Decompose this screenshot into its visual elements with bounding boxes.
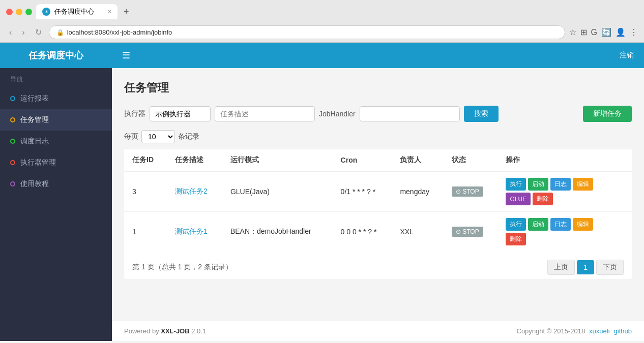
glue-button[interactable]: GLUE (506, 193, 531, 205)
dot-icon (10, 139, 15, 144)
task-desc-link[interactable]: 测试任务1 (175, 227, 208, 235)
task-table-container: 任务ID 任务描述 运行模式 Cron 负责人 状态 操作 3 (124, 149, 632, 279)
sidebar-item-label: 使用教程 (20, 179, 49, 189)
pagination-bar: 第 1 页（总共 1 页，2 条记录） 上页 1 下页 (124, 252, 632, 279)
current-page-button[interactable]: 1 (577, 260, 594, 274)
executor-select[interactable]: 示例执行器 (150, 106, 211, 121)
log-button[interactable]: 日志 (550, 218, 571, 231)
profile-icon[interactable]: 👤 (616, 27, 626, 37)
topbar: ☰ 注销 (112, 43, 644, 68)
footer: Powered by XXL-JOB 2.0.1 Copyright © 201… (112, 321, 644, 341)
col-status: 状态 (444, 149, 497, 171)
footer-version: 2.0.1 (190, 327, 207, 335)
delete-button[interactable]: 删除 (533, 193, 553, 205)
address-bar[interactable]: 🔒 localhost:8080/xxl-job-admin/jobinfo (49, 25, 565, 39)
exec-button[interactable]: 执行 (506, 218, 526, 231)
sidebar-brand: 任务调度中心 (0, 43, 112, 68)
sidebar-item-label: 任务管理 (20, 115, 49, 124)
footer-link-xuxueli[interactable]: xuxueli (589, 327, 609, 335)
add-task-button[interactable]: 新增任务 (583, 106, 632, 122)
menu-icon[interactable]: ⋮ (630, 27, 638, 37)
hamburger-icon[interactable]: ☰ (122, 50, 130, 61)
dot-icon (10, 117, 15, 122)
task-desc-link[interactable]: 测试任务2 (175, 187, 208, 195)
app-container: 任务调度中心 导航 运行报表 任务管理 调度日志 执行器管理 使用教程 ☰ 注销 (0, 43, 644, 341)
add-tab-button[interactable]: + (124, 7, 129, 17)
stop-button[interactable]: ⊙ STOP (452, 227, 483, 237)
cell-status: ⊙ STOP (444, 171, 497, 212)
exec-button[interactable]: 执行 (506, 178, 526, 191)
table-row: 3 测试任务2 GLUE(Java) 0/1 * * * ? * mengday… (124, 171, 632, 212)
executor-select-wrapper: 示例执行器 (150, 106, 211, 121)
task-desc-input[interactable] (215, 106, 315, 121)
stop-icon: ⊙ (456, 188, 461, 195)
extension-icon3[interactable]: 🔄 (601, 27, 611, 37)
extension-icon2[interactable]: G (591, 28, 597, 37)
next-page-button[interactable]: 下页 (596, 260, 624, 275)
extension-icon1[interactable]: ⊞ (580, 27, 587, 37)
cell-owner: XXL (392, 212, 444, 252)
job-handler-label: JobHandler (319, 110, 356, 118)
forward-button[interactable]: › (19, 27, 27, 38)
footer-powered-by: Powered by XXL-JOB 2.0.1 (124, 327, 206, 335)
sidebar-item-run-report[interactable]: 运行报表 (0, 88, 112, 109)
pagination-controls: 上页 1 下页 (547, 260, 624, 275)
tab-close-button[interactable]: × (108, 8, 111, 15)
dot-icon (10, 181, 15, 186)
edit-button[interactable]: 编辑 (573, 218, 593, 231)
filter-bar: 执行器 示例执行器 JobHandler 搜索 新增任务 (124, 106, 632, 122)
cell-actions: 执行 启动 日志 编辑 GLUE 删除 (497, 171, 632, 212)
start-button[interactable]: 启动 (528, 218, 548, 231)
log-button[interactable]: 日志 (550, 178, 571, 191)
main-content: 任务管理 执行器 示例执行器 JobHandler 搜索 新增任务 每页 (112, 68, 644, 321)
maximize-dot[interactable] (25, 9, 32, 15)
col-cron: Cron (333, 149, 392, 171)
job-handler-input[interactable] (360, 106, 460, 121)
executor-label: 执行器 (124, 109, 145, 118)
cell-cron: 0 0 0 * * ? * (333, 212, 392, 252)
sidebar-item-label: 运行报表 (20, 94, 49, 103)
delete-button[interactable]: 删除 (506, 233, 526, 245)
cell-owner: mengday (392, 171, 444, 212)
task-table: 任务ID 任务描述 运行模式 Cron 负责人 状态 操作 3 (124, 149, 632, 252)
sidebar-item-label: 执行器管理 (20, 158, 56, 167)
dot-icon (10, 96, 15, 101)
prev-page-button[interactable]: 上页 (547, 260, 575, 275)
minimize-dot[interactable] (16, 9, 22, 15)
dot-icon (10, 160, 15, 165)
per-page-select[interactable]: 10 20 50 (141, 130, 175, 143)
bookmark-icon[interactable]: ☆ (569, 27, 576, 37)
col-actions: 操作 (497, 149, 632, 171)
search-button[interactable]: 搜索 (464, 106, 499, 122)
action-buttons: 执行 启动 日志 编辑 删除 (506, 218, 607, 245)
cell-id: 1 (124, 212, 167, 252)
footer-link-github[interactable]: github (614, 327, 632, 335)
lock-icon: 🔒 (56, 29, 64, 36)
stop-button[interactable]: ⊙ STOP (452, 186, 483, 197)
start-button[interactable]: 启动 (528, 178, 548, 191)
cell-mode: GLUE(Java) (222, 171, 333, 212)
per-page-suffix: 条记录 (178, 132, 199, 141)
footer-links: Copyright © 2015-2018 xuxueli github (517, 327, 632, 335)
table-header-row: 任务ID 任务描述 运行模式 Cron 负责人 状态 操作 (124, 149, 632, 171)
sidebar-item-task-manage[interactable]: 任务管理 (0, 109, 112, 131)
sidebar: 任务调度中心 导航 运行报表 任务管理 调度日志 执行器管理 使用教程 (0, 43, 112, 341)
close-dot[interactable] (6, 9, 13, 15)
col-desc: 任务描述 (167, 149, 222, 171)
footer-copyright: Copyright © 2015-2018 (517, 327, 586, 335)
sidebar-item-schedule-log[interactable]: 调度日志 (0, 131, 112, 152)
cell-desc: 测试任务1 (167, 212, 222, 252)
refresh-button[interactable]: ↻ (32, 26, 45, 38)
per-page-bar: 每页 10 20 50 条记录 (124, 130, 632, 143)
back-button[interactable]: ‹ (6, 27, 15, 38)
edit-button[interactable]: 编辑 (573, 178, 593, 191)
browser-tab[interactable]: ☀ 任务调度中心 × (36, 4, 118, 19)
sidebar-item-tutorial[interactable]: 使用教程 (0, 173, 112, 195)
col-mode: 运行模式 (222, 149, 333, 171)
sidebar-item-label: 调度日志 (20, 137, 49, 146)
cell-cron: 0/1 * * * ? * (333, 171, 392, 212)
page-title: 任务管理 (124, 80, 632, 96)
sidebar-item-executor-manage[interactable]: 执行器管理 (0, 152, 112, 173)
table-row: 1 测试任务1 BEAN：demoJobHandler 0 0 0 * * ? … (124, 212, 632, 252)
logout-button[interactable]: 注销 (620, 51, 634, 60)
